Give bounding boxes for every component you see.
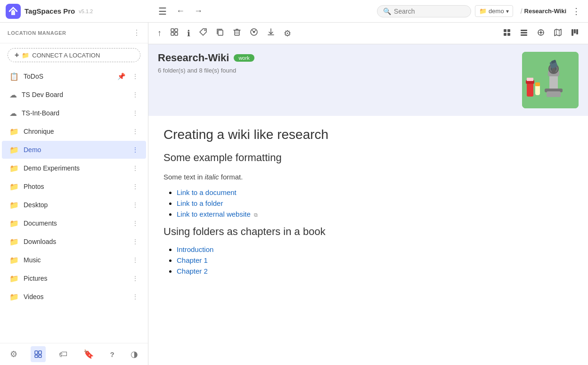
add-location-label: CONNECT A LOCATION: [32, 52, 100, 59]
list-view-control[interactable]: [516, 26, 531, 41]
sidebar-item-videos[interactable]: 📁 Videos ⋮: [2, 288, 146, 306]
sidebar-item-photos[interactable]: 📁 Photos ⋮: [2, 178, 146, 195]
location-picker[interactable]: 📁 demo ▾: [475, 5, 513, 17]
link-chapter1[interactable]: Chapter 1: [177, 256, 208, 264]
sidebar-item-ts-dev-board[interactable]: ☁ TS Dev Board ⋮: [2, 86, 146, 104]
sidebar-item-label: Demo Experiments: [24, 164, 125, 172]
kanban-view-control[interactable]: [567, 26, 582, 41]
help-footer-button[interactable]: ?: [107, 346, 117, 362]
delete-button[interactable]: [229, 25, 245, 41]
menu-button[interactable]: ☰: [155, 4, 170, 19]
sidebar-item-ts-int-board[interactable]: ☁ TS-Int-Board ⋮: [2, 104, 146, 122]
search-icon: 🔍: [383, 8, 391, 15]
link-introduction[interactable]: Introduction: [177, 245, 213, 253]
item-more-button[interactable]: ⋮: [130, 127, 140, 136]
toolbar: ↑ ℹ: [148, 23, 588, 44]
info-button[interactable]: ℹ: [184, 26, 194, 41]
connect-location-icon: 📁: [22, 52, 29, 59]
sidebar-item-downloads[interactable]: 📁 Downloads ⋮: [2, 233, 146, 251]
go-up-button[interactable]: ↑: [154, 26, 165, 41]
item-more-button[interactable]: ⋮: [130, 163, 140, 173]
sidebar-item-documents[interactable]: 📁 Documents ⋮: [2, 214, 146, 232]
settings-footer-button[interactable]: ⚙: [7, 346, 20, 362]
svg-rect-14: [504, 29, 506, 32]
download-button[interactable]: [263, 25, 278, 41]
breadcrumb-sep: /: [521, 8, 523, 15]
link-external[interactable]: Link to external website ⧉: [177, 210, 258, 218]
item-more-button[interactable]: ⋮: [130, 255, 140, 265]
item-more-button[interactable]: ⋮: [130, 72, 140, 81]
files-footer-button[interactable]: [31, 346, 46, 362]
svg-rect-8: [175, 32, 178, 35]
location-icon: 📁: [9, 237, 19, 246]
file-meta: 6 folder(s) and 8 file(s) found: [158, 67, 254, 74]
sidebar-more-button[interactable]: ⋮: [133, 28, 140, 37]
location-icon: ☁: [9, 109, 17, 118]
sidebar-item-demo[interactable]: 📁 Demo ⋮: [2, 141, 146, 159]
sidebar-item-todos[interactable]: 📋 ToDoS 📌 ⋮: [2, 67, 146, 85]
grid-view-control[interactable]: [499, 26, 514, 41]
item-more-button[interactable]: ⋮: [130, 219, 140, 228]
folder-view-control[interactable]: [533, 26, 548, 41]
location-icon: 📁: [9, 127, 19, 136]
location-icon: ☁: [9, 90, 17, 99]
item-more-button[interactable]: ⋮: [130, 200, 140, 210]
search-bar[interactable]: 🔍: [377, 5, 471, 17]
item-more-button[interactable]: ⋮: [130, 182, 140, 191]
add-location-button[interactable]: + 📁 CONNECT A LOCATION: [8, 48, 140, 62]
main-layout: LOCATION MANAGER ⋮ + 📁 CONNECT A LOCATIO…: [0, 23, 588, 365]
svg-rect-2: [39, 351, 41, 354]
sidebar-item-label: TS-Int-Board: [22, 109, 125, 117]
content-area: ↑ ℹ: [148, 23, 588, 365]
grid-view-button[interactable]: [167, 25, 182, 41]
sidebar-item-demo-experiments[interactable]: 📁 Demo Experiments ⋮: [2, 159, 146, 177]
map-view-control[interactable]: [550, 26, 565, 41]
sidebar-item-music[interactable]: 📁 Music ⋮: [2, 251, 146, 269]
location-icon: 📋: [9, 72, 19, 81]
work-tag-badge[interactable]: work: [234, 54, 254, 62]
item-more-button[interactable]: ⋮: [130, 274, 140, 283]
italic-text: italic: [205, 173, 219, 181]
copy-button[interactable]: [212, 25, 228, 41]
settings-toolbar-button[interactable]: ⚙: [280, 26, 294, 41]
sidebar-item-chronique[interactable]: 📁 Chronique ⋮: [2, 122, 146, 140]
back-button[interactable]: ←: [173, 4, 188, 18]
search-input[interactable]: [394, 8, 465, 15]
file-header-info: Research-Wiki work 6 folder(s) and 8 fil…: [158, 52, 254, 74]
file-thumbnail: [522, 52, 579, 108]
link-folder[interactable]: Link to a folder: [177, 199, 223, 207]
link-document[interactable]: Link to a document: [177, 188, 237, 196]
location-icon: 📁: [9, 146, 19, 154]
sidebar-item-pictures[interactable]: 📁 Pictures ⋮: [2, 269, 146, 287]
sidebar-locations: 📋 ToDoS 📌 ⋮ ☁ TS Dev Board ⋮ ☁ TS-Int-Bo…: [0, 67, 148, 343]
theme-footer-button[interactable]: ◑: [128, 346, 141, 362]
link-chapter2[interactable]: Chapter 2: [177, 267, 208, 275]
tags-footer-button[interactable]: 🏷: [56, 346, 70, 362]
file-header: Research-Wiki work 6 folder(s) and 8 fil…: [148, 44, 588, 116]
location-icon: 📁: [9, 274, 19, 283]
bookmarks-footer-button[interactable]: 🔖: [81, 346, 97, 362]
wiki-heading2-formatting: Some example formatting: [163, 152, 573, 164]
chevron-down-icon: ▾: [506, 8, 509, 15]
open-external-button[interactable]: [246, 25, 261, 41]
wiki-links-list: Link to a document Link to a folder Link…: [163, 188, 573, 218]
item-more-button[interactable]: ⋮: [130, 90, 140, 99]
sidebar-item-label: ToDoS: [24, 73, 113, 80]
tags-button[interactable]: [196, 25, 211, 41]
forward-button[interactable]: →: [191, 4, 205, 18]
item-more-button[interactable]: ⋮: [130, 237, 140, 246]
item-more-button[interactable]: ⋮: [130, 108, 140, 118]
sidebar-title: LOCATION MANAGER: [8, 30, 129, 36]
list-item: Link to external website ⧉: [177, 210, 573, 218]
sidebar-item-label: Pictures: [24, 275, 125, 282]
item-more-button[interactable]: ⋮: [130, 145, 140, 154]
svg-rect-20: [521, 34, 527, 36]
more-options-button[interactable]: ⋮: [570, 4, 582, 18]
svg-rect-3: [35, 355, 38, 357]
sidebar-item-desktop[interactable]: 📁 Desktop ⋮: [2, 196, 146, 214]
sidebar-item-label: Music: [24, 256, 125, 264]
svg-rect-1: [35, 351, 38, 354]
item-more-button[interactable]: ⋮: [130, 292, 140, 301]
wiki-content: Creating a wiki like research Some examp…: [148, 116, 588, 365]
sidebar-item-label: Photos: [24, 183, 125, 190]
